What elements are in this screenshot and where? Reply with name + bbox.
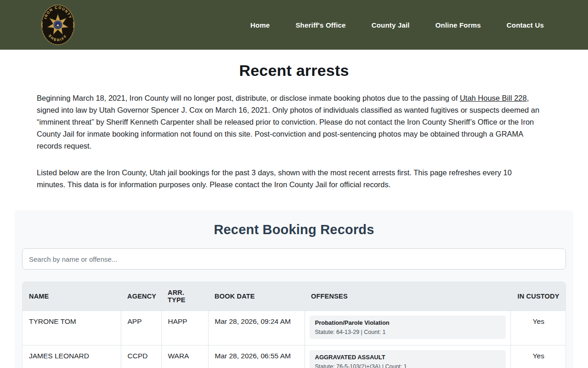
row-book-date: Mar 28, 2026, 09:24 AM: [208, 311, 305, 345]
table-row: TYRONE TOM APP HAPP Mar 28, 2026, 09:24 …: [23, 311, 566, 345]
row-book-date: Mar 28, 2026, 06:55 AM: [208, 345, 305, 368]
nav-online-forms[interactable]: Online Forms: [435, 21, 481, 29]
nav-contact-us[interactable]: Contact Us: [507, 21, 544, 29]
offense-title: AGGRAVATED ASSAULT: [315, 353, 500, 361]
col-header-name: NAME: [23, 282, 121, 311]
table-row: JAMES LEONARD CCPD WARA Mar 28, 2026, 06…: [23, 345, 566, 368]
listing-note-paragraph: Listed below are the Iron County, Utah j…: [37, 167, 542, 190]
page-title: Recent arrests: [0, 62, 588, 80]
offense-statute: Statute: 76-5-103(2)+(3A) | Count: 1: [315, 363, 500, 368]
intro-after-link: , signed into law by Utah Governor Spenc…: [37, 94, 539, 150]
utah-house-bill-link[interactable]: Utah House Bill 228: [460, 94, 527, 102]
row-arr-type: HAPP: [161, 311, 208, 345]
table-header-row: NAME AGENCY ARR. TYPE BOOK DATE OFFENSES…: [23, 282, 566, 311]
row-name: JAMES LEONARD: [23, 345, 121, 368]
booking-table-card: NAME AGENCY ARR. TYPE BOOK DATE OFFENSES…: [22, 282, 566, 368]
offense-list: Probation/Parole Violation Statute: 64-1…: [305, 311, 510, 345]
records-heading: Recent Booking Records: [22, 222, 566, 237]
offense-title: Probation/Parole Violation: [315, 319, 500, 327]
main-content: Recent arrests Beginning March 18, 2021,…: [0, 62, 588, 368]
site-header: IRON COUNTY SHERIFF Home Sheriff's Offic…: [0, 0, 588, 50]
row-in-custody: Yes: [510, 345, 566, 368]
row-arr-type: WARA: [161, 345, 208, 368]
row-in-custody: Yes: [510, 311, 566, 345]
nav-county-jail[interactable]: County Jail: [372, 21, 410, 29]
offense-pill: AGGRAVATED ASSAULT Statute: 76-5-103(2)+…: [310, 350, 506, 368]
booking-table: NAME AGENCY ARR. TYPE BOOK DATE OFFENSES…: [23, 282, 566, 368]
row-agency: APP: [121, 311, 161, 345]
intro-before-link: Beginning March 18, 2021, Iron County wi…: [37, 94, 460, 102]
nav-sheriffs-office[interactable]: Sheriff's Office: [295, 21, 345, 29]
records-panel: Recent Booking Records NAME AGENCY ARR. …: [15, 210, 573, 368]
nav-home[interactable]: Home: [250, 21, 270, 29]
search-input[interactable]: [22, 248, 566, 270]
main-nav: Home Sheriff's Office County Jail Online…: [250, 21, 588, 29]
col-header-offenses: OFFENSES: [305, 282, 510, 311]
intro-paragraph: Beginning March 18, 2021, Iron County wi…: [37, 92, 542, 152]
offense-pill: Probation/Parole Violation Statute: 64-1…: [310, 316, 506, 339]
offense-statute: Statute: 64-13-29 | Count: 1: [315, 328, 500, 336]
col-header-agency: AGENCY: [121, 282, 161, 311]
col-header-arr-type: ARR. TYPE: [161, 282, 208, 311]
sheriff-badge-logo[interactable]: IRON COUNTY SHERIFF: [40, 4, 75, 46]
col-header-book-date: BOOK DATE: [208, 282, 305, 311]
row-name: TYRONE TOM: [23, 311, 121, 345]
sheriff-badge-icon: IRON COUNTY SHERIFF: [40, 4, 75, 46]
col-header-in-custody: IN CUSTODY: [510, 282, 566, 311]
booking-table-body: TYRONE TOM APP HAPP Mar 28, 2026, 09:24 …: [23, 311, 566, 368]
offense-list: AGGRAVATED ASSAULT Statute: 76-5-103(2)+…: [305, 345, 510, 368]
row-agency: CCPD: [121, 345, 161, 368]
